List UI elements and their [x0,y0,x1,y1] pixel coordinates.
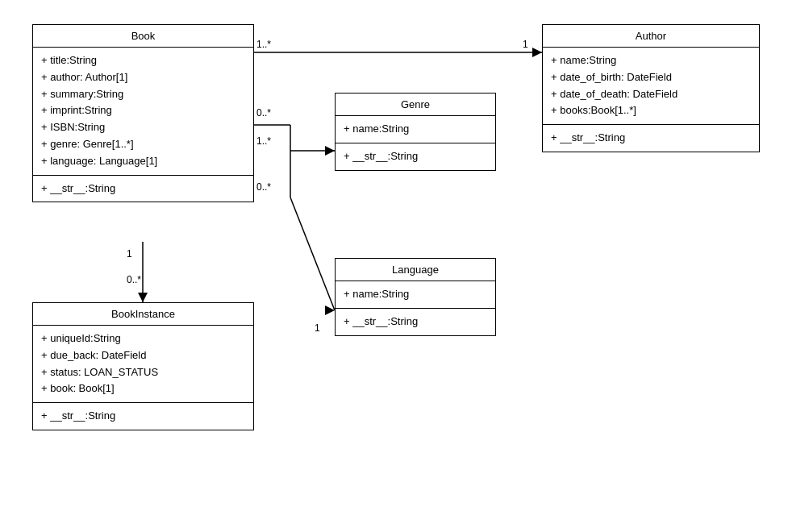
bookinstance-attributes: + uniqueId:String + due_back: DateField … [33,326,253,403]
genre-attributes: + name:String [336,116,495,143]
book-methods: + __str__:String [33,176,253,202]
language-attributes: + name:String [336,281,495,309]
genre-class: Genre + name:String + __str__:String [335,93,496,171]
multiplicity-bookinstance-1: 1 [127,248,132,260]
genre-title: Genre [336,94,495,116]
genre-methods: + __str__:String [336,143,495,170]
multiplicity-language-top: 0..* [256,181,271,193]
author-attributes: + name:String + date_of_birth: DateField… [543,48,759,125]
author-class: Author + name:String + date_of_birth: Da… [542,24,760,152]
svg-marker-1 [532,48,542,57]
bookinstance-class: BookInstance + uniqueId:String + due_bac… [32,302,254,430]
multiplicity-book-author-book: 1..* [256,39,271,50]
book-attributes: + title:String + author: Author[1] + sum… [33,48,253,176]
author-methods: + __str__:String [543,125,759,152]
bookinstance-methods: + __str__:String [33,403,253,430]
bookinstance-title: BookInstance [33,303,253,326]
language-class: Language + name:String + __str__:String [335,258,496,336]
diagram-container: Book + title:String + author: Author[1] … [0,0,788,532]
multiplicity-book-author-author: 1 [523,39,528,50]
multiplicity-genre-bottom: 1..* [256,135,271,147]
svg-marker-6 [325,146,335,156]
book-class: Book + title:String + author: Author[1] … [32,24,254,202]
svg-marker-7 [325,305,335,315]
language-methods: + __str__:String [336,309,495,335]
svg-line-5 [290,197,335,310]
multiplicity-genre-top: 0..* [256,107,271,118]
language-title: Language [336,259,495,281]
svg-marker-9 [138,293,148,302]
book-title: Book [33,25,253,48]
author-title: Author [543,25,759,48]
multiplicity-language-1: 1 [315,322,320,334]
multiplicity-bookinstance-0star: 0..* [127,274,141,285]
